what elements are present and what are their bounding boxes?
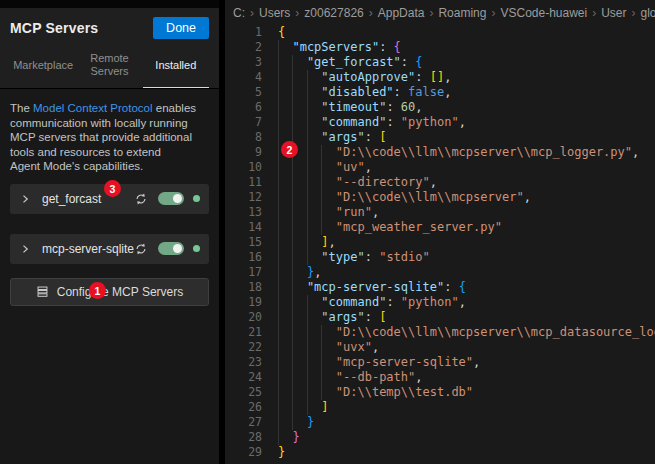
code-token: : [444,280,458,295]
server-stack-icon [36,285,49,298]
code-token: "mcp_weather_server.py" [336,220,502,235]
breadcrumb-item[interactable]: VSCode-huawei [500,6,587,20]
refresh-icon[interactable] [134,192,148,206]
code-line[interactable]: 27} [225,415,655,430]
code-token: "autoApprove" [321,70,415,85]
line-number: 14 [225,220,262,235]
configure-mcp-servers-button[interactable]: Configure MCP Servers [10,278,209,306]
tab-marketplace[interactable]: Marketplace [10,46,76,88]
code-line[interactable]: 25"D:\\temp\\test.db" [225,385,655,400]
breadcrumb-item[interactable]: Roaming [438,6,486,20]
refresh-icon[interactable] [134,242,148,256]
code-line[interactable]: 21"D:\\code\\llm\\mcpserver\\mcp_datasou… [225,325,655,340]
indent-guides [278,115,321,130]
code-token: : [365,130,379,145]
code-line[interactable]: 1{ [225,25,655,40]
code-line[interactable]: 3"get_forcast": { [225,55,655,70]
code-token: } [307,265,314,280]
model-context-protocol-link[interactable]: Model Context Protocol [33,102,153,114]
code-line[interactable]: 29} [225,445,655,460]
line-number: 4 [225,70,262,85]
server-enabled-toggle[interactable] [158,192,184,205]
code-token: } [307,415,314,430]
indent-guides [278,265,307,280]
code-line[interactable]: 17}, [225,265,655,280]
code-line[interactable]: 11"--directory", [225,175,655,190]
panel-title: MCP Servers [10,20,98,36]
code-line[interactable]: 4"autoApprove": [], [225,70,655,85]
code-line[interactable]: 13"run", [225,205,655,220]
code-line[interactable]: 24"--db-path", [225,370,655,385]
code-token: { [415,55,422,70]
code-line[interactable]: 22"uvx", [225,340,655,355]
code-line[interactable]: 6"timeout": 60, [225,100,655,115]
indent-guides [278,370,336,385]
server-name-label: mcp-server-sqlite [42,242,134,256]
code-token: false [408,85,444,100]
indent-guides [278,175,336,190]
indent-guides [278,250,321,265]
code-token: { [394,40,401,55]
code-line[interactable]: 18"mcp-server-sqlite": { [225,280,655,295]
code-token: { [278,25,285,40]
code-token: : [386,100,400,115]
server-enabled-toggle[interactable] [158,242,184,255]
code-line[interactable]: 15], [225,235,655,250]
code-token: } [278,445,285,460]
panel-body: The Model Context Protocol enables commu… [0,101,219,306]
code-token: 60 [401,100,415,115]
breadcrumb-item[interactable]: z00627826 [304,6,363,20]
breadcrumb-item[interactable]: C: [233,6,245,20]
chevron-right-icon [19,243,31,255]
code-token: , [459,115,466,130]
code-line[interactable]: 28} [225,430,655,445]
line-number: 8 [225,130,262,145]
code-line[interactable]: 12"D:\\code\\llm\\mcpserver", [225,190,655,205]
code-token: "stdio" [379,250,430,265]
code-token: "python" [401,295,459,310]
configure-button-label: Configure MCP Servers [57,285,184,299]
code-line[interactable]: 10"uv", [225,160,655,175]
line-number: 9 [225,145,262,160]
code-line[interactable]: 16"type": "stdio" [225,250,655,265]
indent-guides [278,190,336,205]
code-token: "mcp-server-sqlite" [336,355,473,370]
code-token: : [365,310,379,325]
breadcrumb-item[interactable]: User [601,6,626,20]
breadcrumb-separator-icon: › [592,6,596,20]
code-line[interactable]: 26] [225,400,655,415]
code-line[interactable]: 20"args": [ [225,310,655,325]
description-text: The [10,102,33,114]
breadcrumb-item[interactable]: Users [259,6,290,20]
code-line[interactable]: 5"disabled": false, [225,85,655,100]
server-name-label: get_forcast [42,192,134,206]
code-token: , [372,340,379,355]
line-number: 23 [225,355,262,370]
code-token: "run" [336,205,372,220]
code-token: : [386,295,400,310]
code-token: "uvx" [336,340,372,355]
code-token: , [632,145,639,160]
done-button[interactable]: Done [153,17,209,39]
code-token: [] [430,70,444,85]
indent-guides [278,160,336,175]
code-token: , [415,370,422,385]
code-token: "args" [321,310,364,325]
code-line[interactable]: 19"command": "python", [225,295,655,310]
code-line[interactable]: 2"mcpServers": { [225,40,655,55]
code-token: } [292,430,299,445]
line-number: 3 [225,55,262,70]
breadcrumb-item[interactable]: globalStorage [641,6,655,20]
line-number: 27 [225,415,262,430]
code-line[interactable]: 14"mcp_weather_server.py" [225,220,655,235]
breadcrumb-item[interactable]: AppData [378,6,425,20]
indent-guides [278,100,321,115]
tab-installed[interactable]: Installed [143,46,209,88]
code-area[interactable]: 1{2"mcpServers": {3"get_forcast": {4"aut… [225,25,655,460]
breadcrumb: C:›Users›z00627826›AppData›Roaming›VSCod… [225,0,655,25]
code-line[interactable]: 23"mcp-server-sqlite", [225,355,655,370]
code-line[interactable]: 7"command": "python", [225,115,655,130]
tab-remote-servers[interactable]: Remote Servers [76,46,142,88]
line-number: 19 [225,295,262,310]
server-row-mcp-server-sqlite[interactable]: mcp-server-sqlite [10,234,209,264]
